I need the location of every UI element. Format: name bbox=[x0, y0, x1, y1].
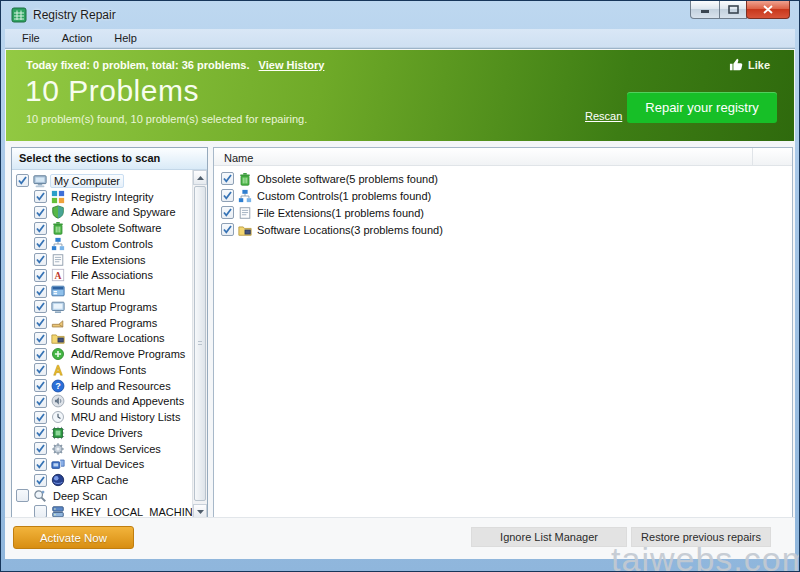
app-window: Registry Repair File Action Help Today f… bbox=[0, 0, 800, 572]
menu-action[interactable]: Action bbox=[51, 30, 104, 46]
fonts-icon bbox=[51, 363, 65, 377]
checkbox[interactable] bbox=[34, 379, 47, 392]
checkbox[interactable] bbox=[34, 253, 47, 266]
scrollbar-thumb[interactable] bbox=[194, 186, 206, 501]
speaker-icon bbox=[51, 394, 65, 408]
problem-list-item[interactable]: Software Locations(3 problems found) bbox=[214, 221, 792, 238]
checkbox[interactable] bbox=[16, 174, 29, 187]
tree-item[interactable]: Deep Scan bbox=[12, 488, 192, 504]
sections-panel-header: Select the sections to scan bbox=[12, 148, 207, 170]
add-remove-icon bbox=[51, 347, 65, 361]
checkbox[interactable] bbox=[34, 411, 47, 424]
checkbox[interactable] bbox=[34, 285, 47, 298]
name-column-header[interactable]: Name bbox=[214, 150, 253, 164]
checkbox[interactable] bbox=[221, 189, 234, 202]
repair-registry-button[interactable]: Repair your registry bbox=[627, 92, 777, 123]
like-label: Like bbox=[748, 59, 770, 71]
checkbox[interactable] bbox=[34, 300, 47, 313]
titlebar: Registry Repair bbox=[1, 1, 799, 29]
summary-banner: Today fixed: 0 problem, total: 36 proble… bbox=[6, 50, 794, 141]
menu-help[interactable]: Help bbox=[103, 30, 148, 46]
checkbox[interactable] bbox=[34, 442, 47, 455]
checkbox[interactable] bbox=[34, 206, 47, 219]
tree-item[interactable]: Registry Integrity bbox=[12, 189, 192, 205]
checkbox[interactable] bbox=[34, 190, 47, 203]
tree-item[interactable]: Custom Controls bbox=[12, 236, 192, 252]
today-stats: Today fixed: 0 problem, total: 36 proble… bbox=[26, 59, 324, 71]
menu-file[interactable]: File bbox=[11, 30, 51, 46]
tree-item[interactable]: Add/Remove Programs bbox=[12, 346, 192, 362]
checkbox[interactable] bbox=[34, 395, 47, 408]
tree-item[interactable]: ?Help and Resources bbox=[12, 378, 192, 394]
tree-item[interactable]: Adware and Spyware bbox=[12, 205, 192, 221]
tree-item-label: Sounds and Appevents bbox=[68, 395, 187, 407]
tree-item[interactable]: My Computer bbox=[12, 173, 192, 189]
tree-item[interactable]: Windows Fonts bbox=[12, 362, 192, 378]
tree-item[interactable]: Start Menu bbox=[12, 283, 192, 299]
document-icon bbox=[51, 253, 65, 267]
view-history-link[interactable]: View History bbox=[259, 59, 325, 71]
ignore-list-manager-button[interactable]: Ignore List Manager bbox=[471, 527, 627, 547]
tree-item[interactable]: Software Locations bbox=[12, 331, 192, 347]
checkbox[interactable] bbox=[34, 222, 47, 235]
checkbox[interactable] bbox=[34, 237, 47, 250]
problem-item-label: File Extensions(1 problems found) bbox=[255, 207, 424, 219]
client-area: Today fixed: 0 problem, total: 36 proble… bbox=[5, 48, 795, 559]
virtual-icon bbox=[51, 457, 65, 471]
tree-item-label: Adware and Spyware bbox=[68, 206, 179, 218]
column-divider[interactable] bbox=[752, 148, 753, 165]
document-icon bbox=[238, 206, 252, 220]
tree-item[interactable]: Startup Programs bbox=[12, 299, 192, 315]
deep-scan-icon bbox=[33, 489, 47, 503]
tree-item[interactable]: Obsolete Software bbox=[12, 220, 192, 236]
checkbox[interactable] bbox=[34, 474, 47, 487]
tree-item[interactable]: Sounds and Appevents bbox=[12, 394, 192, 410]
tree-item-label: Windows Services bbox=[68, 443, 164, 455]
checkbox[interactable] bbox=[34, 363, 47, 376]
tree-item-label: Software Locations bbox=[68, 332, 168, 344]
trash-icon bbox=[51, 221, 65, 235]
maximize-button[interactable] bbox=[719, 1, 747, 19]
shared-icon bbox=[51, 316, 65, 330]
close-button[interactable] bbox=[746, 1, 790, 19]
checkbox[interactable] bbox=[34, 348, 47, 361]
checkbox[interactable] bbox=[221, 223, 234, 236]
checkbox[interactable] bbox=[34, 332, 47, 345]
tree-item[interactable]: Device Drivers bbox=[12, 425, 192, 441]
tree-item-label: File Extensions bbox=[68, 254, 149, 266]
folder-app-icon bbox=[238, 223, 252, 237]
problem-list-item[interactable]: Obsolete software(5 problems found) bbox=[214, 170, 792, 187]
checkbox[interactable] bbox=[221, 172, 234, 185]
problem-list-item[interactable]: Custom Controls(1 problems found) bbox=[214, 187, 792, 204]
checkbox[interactable] bbox=[16, 489, 29, 502]
tree-item[interactable]: File Extensions bbox=[12, 252, 192, 268]
problem-list-item[interactable]: File Extensions(1 problems found) bbox=[214, 204, 792, 221]
tree-item[interactable]: ARP Cache bbox=[12, 472, 192, 488]
tree-item[interactable]: MRU and History Lists bbox=[12, 409, 192, 425]
checkbox[interactable] bbox=[34, 269, 47, 282]
scroll-up-button[interactable] bbox=[193, 170, 207, 185]
svg-text:?: ? bbox=[55, 381, 61, 391]
stats-text: Today fixed: 0 problem, total: 36 proble… bbox=[26, 59, 250, 71]
window-title: Registry Repair bbox=[33, 8, 116, 22]
tree-item-label: Windows Fonts bbox=[68, 364, 149, 376]
tree-item-label: Device Drivers bbox=[68, 427, 146, 439]
checkbox[interactable] bbox=[34, 316, 47, 329]
checkbox[interactable] bbox=[221, 206, 234, 219]
tree-item[interactable]: Windows Services bbox=[12, 441, 192, 457]
menubar: File Action Help bbox=[5, 29, 795, 48]
thumbs-up-icon bbox=[729, 58, 743, 71]
tree-item[interactable]: Shared Programs bbox=[12, 315, 192, 331]
problems-headline: 10 Problems bbox=[25, 74, 199, 108]
restore-previous-repairs-button[interactable]: Restore previous repairs bbox=[631, 527, 771, 547]
minimize-button[interactable] bbox=[690, 1, 720, 19]
tree-item[interactable]: AFile Associations bbox=[12, 268, 192, 284]
rescan-link[interactable]: Rescan bbox=[585, 110, 622, 122]
checkbox[interactable] bbox=[34, 426, 47, 439]
sections-panel: Select the sections to scan My ComputerR… bbox=[11, 147, 208, 520]
like-button[interactable]: Like bbox=[729, 58, 770, 71]
checkbox[interactable] bbox=[34, 458, 47, 471]
activate-now-button[interactable]: Activate Now bbox=[13, 526, 134, 549]
tree-scrollbar[interactable] bbox=[192, 170, 207, 519]
tree-item[interactable]: Virtual Devices bbox=[12, 457, 192, 473]
